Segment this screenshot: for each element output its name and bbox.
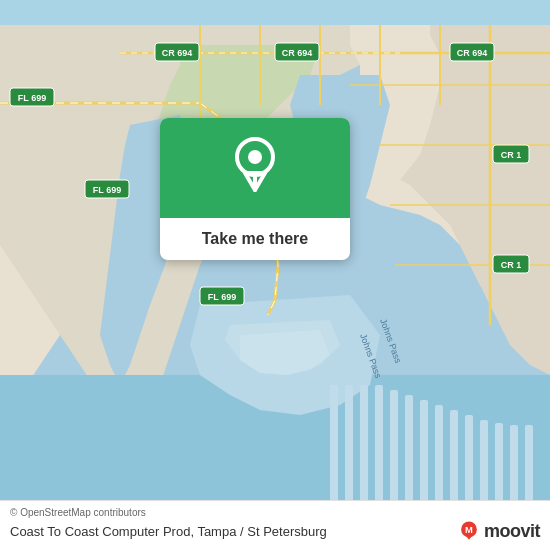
svg-text:FL 699: FL 699 [18, 93, 46, 103]
svg-text:CR 694: CR 694 [457, 48, 488, 58]
svg-rect-49 [375, 385, 383, 505]
map-container: FL 699 FL 699 FL 699 CR 694 CR 694 CR 69… [0, 0, 550, 550]
svg-rect-47 [345, 385, 353, 505]
map-attribution: © OpenStreetMap contributors [10, 507, 540, 518]
app-name: Coast To Coast Computer Prod, Tampa / St… [10, 524, 327, 539]
location-popup: Take me there [160, 118, 350, 260]
moovit-icon: M [458, 520, 480, 542]
svg-rect-46 [330, 385, 338, 505]
moovit-brand-text: moovit [484, 521, 540, 542]
svg-text:CR 694: CR 694 [282, 48, 313, 58]
svg-rect-51 [405, 395, 413, 515]
footer-bar: © OpenStreetMap contributors Coast To Co… [0, 500, 550, 550]
moovit-logo[interactable]: M moovit [458, 520, 540, 542]
svg-text:CR 1: CR 1 [501, 260, 522, 270]
svg-text:M: M [465, 524, 473, 535]
popup-icon-background [160, 118, 350, 218]
svg-marker-66 [466, 536, 472, 540]
svg-point-61 [248, 150, 262, 164]
footer-content: Coast To Coast Computer Prod, Tampa / St… [10, 520, 540, 542]
location-pin-icon [230, 135, 280, 202]
svg-text:FL 699: FL 699 [93, 185, 121, 195]
svg-rect-50 [390, 390, 398, 510]
svg-text:FL 699: FL 699 [208, 292, 236, 302]
svg-text:CR 694: CR 694 [162, 48, 193, 58]
map-background: FL 699 FL 699 FL 699 CR 694 CR 694 CR 69… [0, 0, 550, 550]
svg-rect-48 [360, 385, 368, 505]
popup-button-area: Take me there [160, 218, 350, 260]
take-me-there-button[interactable]: Take me there [176, 230, 334, 248]
svg-text:CR 1: CR 1 [501, 150, 522, 160]
